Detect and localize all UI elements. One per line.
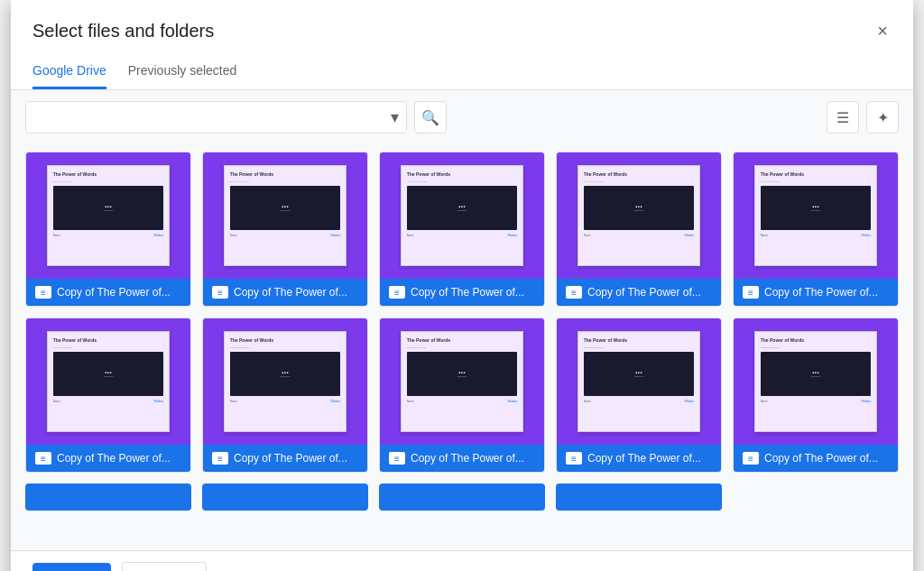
card-label-3: Copy of The Power of... [557,279,721,306]
slide-bottom-4: Name Slides [761,233,872,237]
tab-google-drive[interactable]: Google Drive [32,54,106,89]
card-name-6: Copy of The Power of... [234,452,358,465]
card-label-6: Copy of The Power of... [203,445,367,472]
slide-inner-9: ■ ■ ■───── [761,352,872,396]
partial-card-0 [25,484,191,511]
file-card-4[interactable]: The Power of Words ────────── ■ ■ ■─────… [733,152,899,307]
slide-inner-text-5: ■ ■ ■───── [104,371,114,378]
close-button[interactable]: × [873,18,892,43]
search-input[interactable] [33,110,391,124]
dropdown-arrow-icon[interactable]: ▾ [391,107,399,127]
slide-inner-text-9: ■ ■ ■───── [811,371,821,378]
card-name-7: Copy of The Power of... [411,452,535,465]
slide-title-0: The Power of Words [53,171,164,177]
slide-sub-1: ────────── [230,180,341,183]
card-thumbnail-0: The Power of Words ────────── ■ ■ ■─────… [26,152,190,279]
slide-inner-text-0: ■ ■ ■───── [104,205,114,212]
slides-icon-4 [743,286,759,299]
slides-icon-2 [389,286,405,299]
slide-bottom-7: Name Slides [407,399,518,403]
card-label-8: Copy of The Power of... [557,445,721,472]
slide-bottom-2: Name Slides [407,233,518,237]
card-thumbnail-9: The Power of Words ────────── ■ ■ ■─────… [734,318,898,445]
slide-title-8: The Power of Words [584,337,695,343]
slides-icon-9 [743,452,759,465]
card-thumbnail-7: The Power of Words ────────── ■ ■ ■─────… [380,318,544,445]
partial-card-1 [202,484,368,511]
slide-preview-7: The Power of Words ────────── ■ ■ ■─────… [401,331,524,432]
slide-inner-text-4: ■ ■ ■───── [811,205,821,212]
slide-title-6: The Power of Words [230,337,341,343]
content-area: The Power of Words ────────── ■ ■ ■─────… [11,144,913,550]
dialog-header: Select files and folders × [11,0,913,43]
slide-inner-text-3: ■ ■ ■───── [634,205,644,212]
slide-inner-text-2: ■ ■ ■───── [457,205,467,212]
cancel-button[interactable]: Cancel [122,562,207,571]
slide-preview-3: The Power of Words ────────── ■ ■ ■─────… [578,165,701,266]
file-card-0[interactable]: The Power of Words ────────── ■ ■ ■─────… [25,152,191,307]
slides-icon-5 [35,452,51,465]
slides-icon-7 [389,452,405,465]
dialog-footer: Select Cancel [11,550,913,571]
slide-preview-0: The Power of Words ────────── ■ ■ ■─────… [47,165,171,266]
file-card-1[interactable]: The Power of Words ────────── ■ ■ ■─────… [202,152,368,307]
partial-card-3 [556,484,722,511]
file-card-3[interactable]: The Power of Words ────────── ■ ■ ■─────… [556,152,722,307]
file-card-9[interactable]: The Power of Words ────────── ■ ■ ■─────… [733,318,899,473]
grid-view-button[interactable]: ✦ [866,101,899,134]
card-label-9: Copy of The Power of... [734,445,898,472]
slide-inner-6: ■ ■ ■───── [230,352,341,396]
file-card-6[interactable]: The Power of Words ────────── ■ ■ ■─────… [202,318,368,473]
slide-preview-6: The Power of Words ────────── ■ ■ ■─────… [224,331,347,432]
slide-title-3: The Power of Words [584,171,695,177]
file-card-7[interactable]: The Power of Words ────────── ■ ■ ■─────… [379,318,545,473]
card-label-4: Copy of The Power of... [734,279,898,306]
grid-view-icon: ✦ [877,109,889,126]
card-label-5: Copy of The Power of... [26,445,190,472]
slide-inner-text-6: ■ ■ ■───── [281,371,291,378]
slide-sub-9: ────────── [761,345,872,349]
card-name-3: Copy of The Power of... [587,286,712,299]
partial-card-2 [379,484,545,511]
slide-preview-2: The Power of Words ────────── ■ ■ ■─────… [401,165,524,266]
tab-previously-selected[interactable]: Previously selected [128,54,237,89]
select-button[interactable]: Select [32,563,111,571]
file-card-5[interactable]: The Power of Words ────────── ■ ■ ■─────… [25,318,191,473]
card-name-4: Copy of The Power of... [764,286,889,299]
card-label-0: Copy of The Power of... [26,279,190,306]
slide-sub-0: ────────── [53,180,164,183]
slide-bottom-9: Name Slides [761,399,872,403]
search-button[interactable]: 🔍 [414,101,447,134]
card-thumbnail-8: The Power of Words ────────── ■ ■ ■─────… [557,318,721,445]
slides-icon-3 [566,286,582,299]
slide-inner-text-7: ■ ■ ■───── [457,371,467,378]
card-label-7: Copy of The Power of... [380,445,544,472]
slide-sub-4: ────────── [761,180,872,183]
card-label-2: Copy of The Power of... [380,279,544,306]
file-card-2[interactable]: The Power of Words ────────── ■ ■ ■─────… [379,152,545,307]
card-thumbnail-3: The Power of Words ────────── ■ ■ ■─────… [557,152,721,279]
slide-bottom-6: Name Slides [230,399,341,403]
slides-icon-6 [212,452,228,465]
slide-title-1: The Power of Words [230,171,341,177]
toolbar: ▾ 🔍 ☰ ✦ [11,90,913,144]
slide-inner-4: ■ ■ ■───── [761,186,872,230]
tabs-bar: Google Drive Previously selected [11,54,913,90]
files-grid-container: The Power of Words ────────── ■ ■ ■─────… [11,144,913,550]
search-icon: 🔍 [421,109,439,126]
slide-sub-2: ────────── [407,180,518,183]
slide-inner-text-1: ■ ■ ■───── [281,205,291,212]
slide-preview-8: The Power of Words ────────── ■ ■ ■─────… [578,331,701,432]
slide-sub-5: ────────── [53,345,164,349]
slide-inner-text-8: ■ ■ ■───── [634,371,644,378]
dialog-title: Select files and folders [32,21,214,41]
slide-title-7: The Power of Words [407,337,518,343]
slide-bottom-0: Name Slides [53,233,164,237]
list-view-icon: ☰ [836,109,849,126]
card-thumbnail-1: The Power of Words ────────── ■ ■ ■─────… [203,152,367,279]
folder-dropdown[interactable]: ▾ [25,101,407,134]
slide-preview-9: The Power of Words ────────── ■ ■ ■─────… [754,331,878,432]
file-card-8[interactable]: The Power of Words ────────── ■ ■ ■─────… [556,318,722,473]
slide-inner-2: ■ ■ ■───── [407,186,518,230]
list-view-button[interactable]: ☰ [827,101,859,134]
